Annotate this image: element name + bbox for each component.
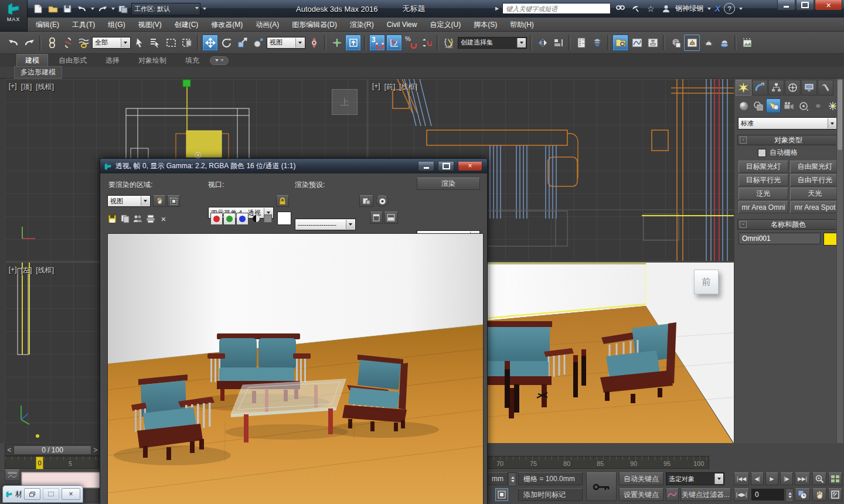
property-explorer-icon[interactable] bbox=[574, 35, 588, 50]
tab-motion[interactable] bbox=[785, 80, 801, 96]
select-and-rotate-icon[interactable] bbox=[219, 35, 234, 50]
previous-frame-button[interactable]: ◀| bbox=[751, 472, 764, 485]
object-name-field[interactable]: Omni001 bbox=[738, 233, 821, 244]
viewport-name-top[interactable]: [顶] bbox=[21, 82, 32, 92]
command-panel-scrollbar[interactable] bbox=[836, 79, 843, 504]
pan-view-icon[interactable] bbox=[812, 488, 826, 501]
selection-filter-combo[interactable]: 全部 bbox=[92, 37, 131, 49]
menu-views[interactable]: 视图(V) bbox=[132, 18, 168, 32]
frame-spinner[interactable] bbox=[785, 488, 794, 502]
subtab-cameras-icon[interactable] bbox=[782, 99, 795, 113]
ribbon-tab-populate[interactable]: 填充 bbox=[177, 55, 207, 67]
viewport-name-front[interactable]: [前] bbox=[384, 82, 396, 92]
reference-coordinate-combo[interactable]: 视图 bbox=[267, 37, 305, 49]
subtab-helpers-icon[interactable] bbox=[797, 99, 810, 113]
undo-scene-icon[interactable] bbox=[6, 35, 21, 50]
button-mr-area-spot[interactable]: mr Area Spot bbox=[790, 201, 840, 213]
undo-icon[interactable] bbox=[76, 3, 89, 15]
go-to-end-button[interactable]: ▶▶| bbox=[795, 472, 810, 485]
autogrid-checkbox[interactable] bbox=[758, 149, 766, 157]
viewport-menu-plus[interactable]: [+] bbox=[9, 82, 17, 92]
menu-civil-view[interactable]: Civil View bbox=[380, 18, 424, 32]
viewport-menu-plus[interactable]: [+] bbox=[372, 82, 380, 92]
project-folder-icon[interactable] bbox=[117, 3, 130, 15]
layout-vertical-icon[interactable] bbox=[370, 212, 383, 224]
track-bar-current-frame-marker[interactable]: 0 bbox=[36, 457, 43, 469]
material-editor-minimized[interactable]: 材... × bbox=[2, 485, 83, 503]
workspace-selector[interactable]: 工作区: 默认 bbox=[131, 3, 200, 15]
save-file-icon[interactable] bbox=[61, 3, 74, 15]
toggle-scene-explorer-icon[interactable] bbox=[612, 35, 628, 51]
default-in-out-tangents-icon[interactable] bbox=[666, 488, 679, 501]
help-caret-icon[interactable] bbox=[739, 8, 743, 10]
select-and-move-icon[interactable] bbox=[202, 35, 218, 51]
render-iterative-icon[interactable] bbox=[717, 35, 731, 50]
favorites-star-icon[interactable]: ☆ bbox=[645, 3, 656, 15]
a360-icon[interactable]: X bbox=[714, 4, 720, 13]
rollout-name-color[interactable]: -名称和颜色 bbox=[737, 219, 839, 230]
open-rendered-image-icon[interactable] bbox=[740, 35, 754, 50]
edit-region-icon[interactable] bbox=[153, 195, 166, 207]
redo-dropdown-icon[interactable] bbox=[111, 8, 115, 10]
ribbon-tab-selection[interactable]: 选择 bbox=[97, 55, 128, 67]
maximize-viewport-toggle-icon[interactable] bbox=[828, 488, 842, 501]
select-and-link-icon[interactable] bbox=[45, 35, 59, 50]
render-button[interactable]: 渲染 bbox=[417, 178, 480, 190]
set-keys-button[interactable] bbox=[586, 472, 617, 501]
menu-graph-editors[interactable]: 图形编辑器(D) bbox=[285, 18, 343, 32]
auto-region-icon[interactable] bbox=[167, 195, 180, 207]
application-menu-button[interactable]: MAX bbox=[0, 0, 28, 32]
select-and-scale-icon[interactable] bbox=[235, 35, 250, 50]
button-omni[interactable]: 泛光 bbox=[738, 188, 788, 200]
key-filters-button[interactable]: 关键点过滤器... bbox=[680, 488, 731, 501]
render-maximize-button[interactable] bbox=[438, 162, 454, 171]
red-channel-toggle[interactable] bbox=[210, 213, 223, 225]
menu-scripting[interactable]: 脚本(S) bbox=[467, 18, 503, 32]
time-slider-prev-icon[interactable]: < bbox=[5, 446, 13, 454]
snaps-toggle-icon[interactable]: 3 bbox=[369, 35, 385, 51]
time-configuration-button[interactable] bbox=[795, 488, 810, 501]
rendered-frame-window-icon[interactable] bbox=[684, 35, 700, 51]
monochrome-toggle[interactable] bbox=[250, 213, 262, 224]
layout-horizontal-icon[interactable] bbox=[384, 212, 398, 224]
select-object-icon[interactable] bbox=[132, 35, 147, 50]
viewport-shading-front[interactable]: [线框] bbox=[399, 82, 417, 92]
isolate-selection-icon[interactable] bbox=[495, 488, 508, 501]
rendered-frame-window[interactable]: 透视, 帧 0, 显示 Gamma: 2.2, RGBA 颜色 16 位/通道 … bbox=[100, 158, 488, 504]
tab-modify[interactable] bbox=[752, 80, 768, 96]
menu-modifiers[interactable]: 修改器(M) bbox=[205, 18, 249, 32]
close-button[interactable]: × bbox=[815, 0, 842, 11]
help-icon[interactable]: ? bbox=[724, 3, 735, 14]
schematic-view-icon[interactable] bbox=[645, 35, 660, 50]
track-bar-left[interactable]: 0 5 bbox=[5, 456, 99, 469]
material-close-button[interactable]: × bbox=[62, 488, 80, 500]
select-by-name-icon[interactable] bbox=[148, 35, 162, 50]
key-mode-toggle-button[interactable]: |◀▶| bbox=[734, 488, 749, 501]
maximize-button[interactable] bbox=[796, 0, 814, 11]
save-image-icon[interactable] bbox=[106, 213, 118, 224]
qat-options-icon[interactable] bbox=[203, 8, 206, 10]
alpha-channel-toggle[interactable] bbox=[262, 213, 274, 224]
auto-key-button[interactable]: 自动关键点 bbox=[619, 472, 663, 485]
search-expand-icon[interactable]: ▶ bbox=[495, 6, 499, 11]
redo-icon[interactable] bbox=[96, 3, 109, 15]
spinner-snap-icon[interactable] bbox=[419, 35, 434, 50]
menu-tools[interactable]: 工具(T) bbox=[66, 18, 101, 32]
time-slider[interactable]: < 0 / 100 > bbox=[5, 444, 100, 456]
open-file-icon[interactable] bbox=[46, 3, 59, 15]
play-button[interactable]: ▶ bbox=[765, 472, 778, 485]
subtab-shapes-icon[interactable] bbox=[751, 99, 765, 113]
menu-group[interactable]: 组(G) bbox=[101, 18, 131, 32]
background-color-swatch[interactable] bbox=[277, 212, 291, 225]
rectangular-region-icon[interactable] bbox=[164, 35, 178, 50]
lock-viewport-icon[interactable] bbox=[276, 195, 289, 207]
tab-display[interactable] bbox=[801, 80, 817, 96]
button-skylight[interactable]: 天光 bbox=[790, 188, 840, 200]
go-to-start-button[interactable]: |◀◀ bbox=[734, 472, 749, 485]
render-setup-icon[interactable] bbox=[668, 35, 683, 50]
user-menu-caret-icon[interactable] bbox=[707, 8, 711, 10]
green-channel-toggle[interactable] bbox=[223, 213, 236, 225]
ribbon-minimize-icon[interactable] bbox=[210, 56, 229, 65]
time-slider-next-icon[interactable]: > bbox=[91, 446, 100, 454]
ribbon-tab-object-paint[interactable]: 对象绘制 bbox=[130, 55, 175, 67]
